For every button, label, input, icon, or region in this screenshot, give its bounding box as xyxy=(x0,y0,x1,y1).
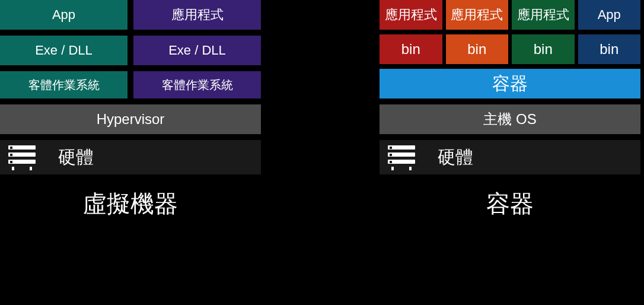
vm-guest-os-row: 客體作業系統 客體作業系統 xyxy=(0,71,261,99)
container-app-block: App xyxy=(578,0,641,30)
container-hardware-row: 硬體 xyxy=(380,140,640,174)
container-bin-block: bin xyxy=(512,34,575,64)
vm-title: 虛擬機器 xyxy=(0,174,261,220)
container-host-os-block: 主機 OS xyxy=(380,104,640,134)
container-engine-block: 容器 xyxy=(380,69,640,99)
vm-hypervisor-row: Hypervisor xyxy=(0,104,261,134)
vm-hardware-row: 硬體 xyxy=(0,140,261,174)
container-stack: 應用程式 應用程式 應用程式 App bin bin bin bin 容器 主機… xyxy=(380,0,640,299)
vm-lib-block: Exe / DLL xyxy=(0,36,127,65)
vm-stack: App 應用程式 Exe / DLL Exe / DLL 客體作業系統 客體作業… xyxy=(0,0,261,299)
vm-app-block: 應用程式 xyxy=(133,0,261,30)
vm-libs-row: Exe / DLL Exe / DLL xyxy=(0,36,261,65)
vm-hypervisor-block: Hypervisor xyxy=(0,104,261,134)
vm-apps-row: App 應用程式 xyxy=(0,0,261,30)
column-spacer xyxy=(261,0,380,299)
container-bin-block: bin xyxy=(446,34,509,64)
container-bins-row: bin bin bin bin xyxy=(380,34,640,64)
container-host-os-row: 主機 OS xyxy=(380,104,640,134)
container-app-block: 應用程式 xyxy=(446,0,509,30)
vm-guest-os-block: 客體作業系統 xyxy=(133,71,261,99)
server-icon xyxy=(8,145,36,169)
vm-lib-block: Exe / DLL xyxy=(133,36,261,65)
vm-app-block: App xyxy=(0,0,127,30)
container-engine-row: 容器 xyxy=(380,69,640,99)
vm-guest-os-block: 客體作業系統 xyxy=(0,71,127,99)
container-hardware-label: 硬體 xyxy=(432,145,473,170)
server-icon xyxy=(388,145,415,169)
container-title: 容器 xyxy=(380,174,640,220)
container-app-block: 應用程式 xyxy=(512,0,575,30)
container-app-block: 應用程式 xyxy=(380,0,442,30)
container-bin-block: bin xyxy=(578,34,641,64)
vm-hardware-label: 硬體 xyxy=(52,145,94,170)
container-bin-block: bin xyxy=(380,34,442,64)
container-apps-row: 應用程式 應用程式 應用程式 App xyxy=(380,0,640,30)
